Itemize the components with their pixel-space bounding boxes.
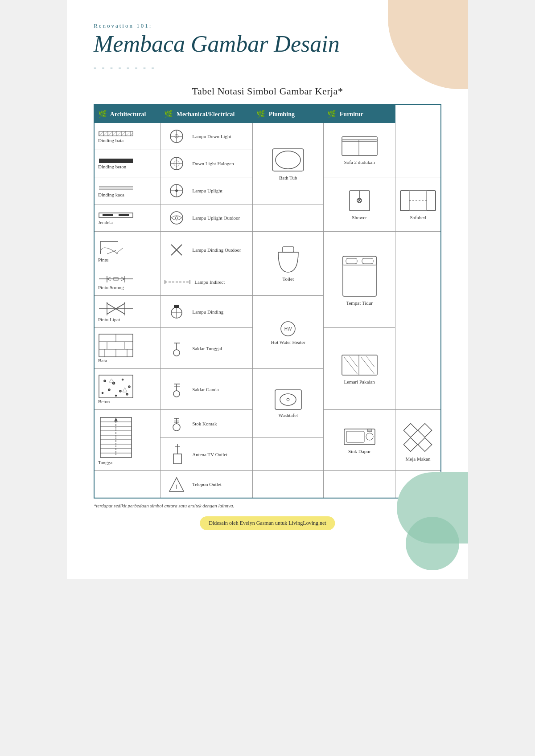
pintu-lipat-icon [98, 301, 134, 317]
furn-sofabed: Sofabed [395, 177, 441, 232]
mech-saklar-tunggal: Saklar Tunggal [160, 328, 253, 369]
arch-empty [94, 471, 160, 499]
svg-rect-23 [342, 140, 377, 155]
svg-line-14 [121, 131, 126, 136]
arch-pintu: Pintu [94, 232, 160, 268]
svg-point-106 [108, 389, 110, 391]
dinding-beton-icon [98, 158, 134, 164]
telepon-outlet-icon: T [168, 475, 185, 493]
svg-point-93 [173, 350, 180, 356]
mech-downlight-halogen: Down Light Halogen [160, 150, 253, 177]
svg-rect-21 [272, 149, 304, 171]
lampu-indirect-icon [164, 278, 191, 286]
svg-point-105 [122, 379, 123, 380]
svg-rect-142 [418, 424, 432, 437]
furn-empty [324, 471, 395, 499]
col-header-plumbing: 🌿 Plumbing [253, 105, 324, 123]
svg-rect-140 [367, 429, 372, 432]
page: Renovation 101: Membaca Gambar Desain - … [67, 0, 468, 579]
plumb-toilet: Toilet [253, 232, 324, 296]
svg-line-16 [130, 133, 133, 136]
section-title: Tabel Notasi Simbol Gambar Kerja* [94, 86, 441, 97]
toilet-icon [276, 245, 300, 274]
mech-lampu-dinding-outdoor: Lampu Dinding Outdoor [160, 232, 253, 268]
lemari-pakaian-icon [341, 353, 379, 377]
svg-line-98 [344, 357, 358, 374]
lampu-uplight-icon [168, 182, 185, 200]
downlight-halogen-icon [168, 155, 185, 172]
dinding-bata-icon [98, 130, 134, 138]
svg-point-108 [128, 386, 130, 388]
svg-line-13 [117, 131, 121, 136]
svg-rect-63 [362, 258, 373, 264]
blob-bottom-right-circle [406, 517, 459, 570]
arch-dinding-bata: Dinding bata [94, 123, 160, 150]
mech-antena-tv: Antena TV Outlet [160, 438, 253, 471]
lampu-dinding-icon [168, 303, 185, 321]
arch-pintu-lipat: Pintu Lipat [94, 296, 160, 328]
arch-pintu-sorong: Pintu Sorong [94, 268, 160, 296]
stok-kontak-icon [168, 415, 185, 433]
svg-rect-143 [403, 438, 417, 452]
pintu-icon [98, 237, 129, 257]
hwh-icon: HW [276, 320, 300, 338]
svg-rect-62 [346, 258, 357, 264]
svg-point-37 [176, 190, 177, 192]
svg-point-103 [104, 380, 106, 382]
dinding-kaca-icon [98, 184, 134, 192]
arch-tangga: Tangga [94, 410, 160, 471]
svg-point-139 [366, 433, 373, 440]
main-title: Membaca Gambar Desain [94, 31, 441, 57]
mech-lampu-indirect: Lampu Indirect [160, 268, 253, 296]
svg-rect-48 [103, 214, 113, 216]
table-row: Dinding bata [94, 123, 441, 150]
antena-tv-icon [168, 443, 185, 466]
mech-telepon-outlet: T Telepon Outlet [160, 471, 253, 499]
shower-icon [347, 188, 372, 213]
tempat-tidur-icon [341, 254, 379, 298]
svg-line-12 [112, 131, 117, 136]
lampu-downlight-icon [168, 127, 185, 145]
svg-marker-113 [123, 388, 127, 392]
svg-point-111 [115, 395, 117, 396]
mech-lampu-uplight-outdoor: Lampu Uplight Outdoor [160, 204, 253, 232]
svg-line-75 [116, 309, 125, 314]
lampu-uplight-outdoor-icon [168, 209, 185, 227]
pintu-sorong-icon [98, 274, 134, 285]
svg-point-51 [175, 217, 178, 219]
bathtub-icon [270, 147, 306, 173]
svg-line-15 [126, 131, 130, 136]
svg-rect-58 [283, 247, 294, 252]
tangga-icon [98, 415, 134, 460]
col-header-architectural: 🌿 Architectural [94, 105, 160, 123]
svg-line-74 [116, 303, 125, 309]
svg-line-54 [107, 250, 116, 254]
svg-text:HW: HW [284, 327, 292, 331]
furn-sofa2: Sofa 2 dudukan [324, 123, 395, 177]
arch-dinding-kaca: Dinding kaca [94, 177, 160, 204]
symbol-table: 🌿 Architectural 🌿 Mechanical/Electrical … [94, 104, 441, 499]
col-header-mechanical: 🌿 Mechanical/Electrical [160, 105, 253, 123]
mech-stok-kontak: Stok Kontak [160, 410, 253, 438]
mech-saklar-ganda: Saklar Ganda [160, 369, 253, 410]
blob-top-right [388, 0, 468, 89]
bata-icon [98, 333, 134, 358]
svg-rect-60 [343, 256, 376, 296]
svg-text:T: T [175, 484, 178, 490]
svg-rect-96 [342, 355, 377, 375]
sofabed-icon [399, 188, 437, 213]
arch-dinding-beton: Dinding beton [94, 150, 160, 177]
svg-point-109 [102, 392, 103, 394]
svg-point-132 [173, 424, 180, 431]
arch-beton: Beton [94, 369, 160, 410]
svg-rect-45 [427, 191, 436, 211]
saklar-ganda-icon [168, 380, 185, 398]
plumb-washtafel: Washtafel [253, 369, 324, 438]
svg-line-100 [361, 357, 374, 374]
arch-bata: Bata [94, 328, 160, 369]
plumb-shower: Shower [324, 177, 395, 232]
washtafel-icon [274, 388, 303, 411]
jendela-icon [98, 211, 134, 220]
svg-marker-131 [114, 417, 118, 421]
arch-jendela: Jendela [94, 204, 160, 232]
